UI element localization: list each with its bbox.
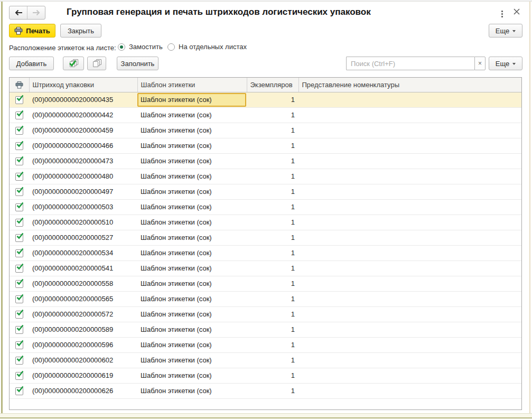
fill-button[interactable]: Заполнить <box>117 57 158 70</box>
radio-tile[interactable]: Замостить <box>118 43 163 51</box>
table-row[interactable]: (00)000000000200000527 Шаблон этикетки (… <box>10 230 521 245</box>
col-header-copies[interactable]: Экземпляров <box>247 78 298 92</box>
table-row[interactable]: (00)000000000200000565 Шаблон этикетки (… <box>10 291 521 306</box>
table-row[interactable]: (00)000000000200000442 Шаблон этикетки (… <box>10 107 521 123</box>
copies-cell[interactable]: 1 <box>247 383 298 398</box>
barcode-cell[interactable]: (00)000000000200000565 <box>29 291 137 306</box>
table-row[interactable]: (00)000000000200000497 Шаблон этикетки (… <box>10 184 521 199</box>
search-input[interactable] <box>346 57 474 70</box>
presentation-cell[interactable] <box>298 230 521 245</box>
presentation-cell[interactable] <box>298 383 521 398</box>
template-cell[interactable]: Шаблон этикетки (сок) <box>137 291 247 306</box>
close-button[interactable]: Закрыть <box>60 24 101 38</box>
barcode-cell[interactable]: (00)000000000200000466 <box>29 138 137 153</box>
presentation-cell[interactable] <box>298 322 521 337</box>
template-cell[interactable]: Шаблон этикетки (сок) <box>137 169 247 184</box>
template-cell[interactable]: Шаблон этикетки (сок) <box>137 383 247 398</box>
row-checkbox[interactable] <box>15 295 23 303</box>
barcode-cell[interactable]: (00)000000000200000497 <box>29 184 137 199</box>
table-row[interactable]: (00)000000000200000602 Шаблон этикетки (… <box>10 352 521 368</box>
template-cell[interactable]: Шаблон этикетки (сок) <box>137 260 247 276</box>
row-checkbox[interactable] <box>15 111 23 119</box>
row-checkbox[interactable] <box>15 203 23 211</box>
row-checkbox[interactable] <box>15 219 23 227</box>
copies-cell[interactable]: 1 <box>247 245 298 260</box>
copies-cell[interactable]: 1 <box>247 107 298 123</box>
barcode-cell[interactable]: (00)000000000200000459 <box>29 123 137 138</box>
presentation-cell[interactable] <box>298 260 521 276</box>
table-row[interactable]: (00)000000000200000558 Шаблон этикетки (… <box>10 276 521 291</box>
barcode-cell[interactable]: (00)000000000200000534 <box>29 245 137 260</box>
table-row[interactable]: (00)000000000200000596 Шаблон этикетки (… <box>10 337 521 352</box>
barcode-cell[interactable]: (00)000000000200000626 <box>29 383 137 398</box>
row-checkbox[interactable] <box>15 127 23 135</box>
presentation-cell[interactable] <box>298 276 521 291</box>
template-cell[interactable]: Шаблон этикетки (сок) <box>137 184 247 199</box>
copies-cell[interactable]: 1 <box>247 123 298 138</box>
print-column-header[interactable] <box>10 78 29 92</box>
back-button[interactable] <box>10 6 27 19</box>
barcode-cell[interactable]: (00)000000000200000572 <box>29 306 137 322</box>
copies-cell[interactable]: 1 <box>247 230 298 245</box>
table-row[interactable]: (00)000000000200000619 Шаблон этикетки (… <box>10 368 521 383</box>
table-row[interactable]: (00)000000000200000459 Шаблон этикетки (… <box>10 123 521 138</box>
forward-button[interactable] <box>27 6 45 19</box>
presentation-cell[interactable] <box>298 245 521 260</box>
barcode-cell[interactable]: (00)000000000200000473 <box>29 153 137 169</box>
row-checkbox[interactable] <box>15 188 23 196</box>
copies-cell[interactable]: 1 <box>247 337 298 352</box>
copies-cell[interactable]: 1 <box>247 215 298 230</box>
more-button-list[interactable]: Еще <box>489 57 522 70</box>
row-checkbox[interactable] <box>15 265 23 273</box>
add-button[interactable]: Добавить <box>9 57 54 70</box>
table-row[interactable]: (00)000000000200000510 Шаблон этикетки (… <box>10 215 521 230</box>
copies-cell[interactable]: 1 <box>247 92 298 107</box>
template-cell[interactable]: Шаблон этикетки (сок) <box>137 107 247 123</box>
more-button-top[interactable]: Еще <box>489 24 522 38</box>
table-row[interactable]: (00)000000000200000572 Шаблон этикетки (… <box>10 306 521 322</box>
row-checkbox[interactable] <box>15 142 23 150</box>
col-header-template[interactable]: Шаблон этикетки <box>137 78 247 92</box>
copies-cell[interactable]: 1 <box>247 291 298 306</box>
barcode-cell[interactable]: (00)000000000200000589 <box>29 322 137 337</box>
template-cell[interactable]: Шаблон этикетки (сок) <box>137 138 247 153</box>
presentation-cell[interactable] <box>298 169 521 184</box>
uncheck-all-button[interactable] <box>87 57 106 70</box>
presentation-cell[interactable] <box>298 291 521 306</box>
copies-cell[interactable]: 1 <box>247 306 298 322</box>
template-cell[interactable]: Шаблон этикетки (сок) <box>137 92 247 107</box>
table-row[interactable]: (00)000000000200000534 Шаблон этикетки (… <box>10 245 521 260</box>
presentation-cell[interactable] <box>298 184 521 199</box>
close-icon[interactable] <box>511 6 522 17</box>
table-row[interactable]: (00)000000000200000541 Шаблон этикетки (… <box>10 260 521 276</box>
table-row[interactable]: (00)000000000200000473 Шаблон этикетки (… <box>10 153 521 169</box>
presentation-cell[interactable] <box>298 107 521 123</box>
copies-cell[interactable]: 1 <box>247 322 298 337</box>
template-cell[interactable]: Шаблон этикетки (сок) <box>137 215 247 230</box>
row-checkbox[interactable] <box>15 280 23 288</box>
search-clear-button[interactable]: × <box>474 57 486 70</box>
table-row[interactable]: (00)000000000200000626 Шаблон этикетки (… <box>10 383 521 398</box>
print-button[interactable]: Печать <box>9 24 55 38</box>
barcode-cell[interactable]: (00)000000000200000558 <box>29 276 137 291</box>
presentation-cell[interactable] <box>298 153 521 169</box>
copies-cell[interactable]: 1 <box>247 184 298 199</box>
copies-cell[interactable]: 1 <box>247 276 298 291</box>
copies-cell[interactable]: 1 <box>247 260 298 276</box>
row-checkbox[interactable] <box>15 96 23 104</box>
row-checkbox[interactable] <box>15 234 23 242</box>
template-cell[interactable]: Шаблон этикетки (сок) <box>137 230 247 245</box>
template-cell[interactable]: Шаблон этикетки (сок) <box>137 306 247 322</box>
presentation-cell[interactable] <box>298 337 521 352</box>
row-checkbox[interactable] <box>15 387 23 395</box>
row-checkbox[interactable] <box>15 326 23 334</box>
table-row[interactable]: (00)000000000200000466 Шаблон этикетки (… <box>10 138 521 153</box>
barcode-cell[interactable]: (00)000000000200000435 <box>29 92 137 107</box>
template-cell[interactable]: Шаблон этикетки (сок) <box>137 368 247 383</box>
presentation-cell[interactable] <box>298 199 521 215</box>
row-checkbox[interactable] <box>15 311 23 319</box>
row-checkbox[interactable] <box>15 341 23 349</box>
barcode-cell[interactable]: (00)000000000200000442 <box>29 107 137 123</box>
copies-cell[interactable]: 1 <box>247 169 298 184</box>
template-cell[interactable]: Шаблон этикетки (сок) <box>137 322 247 337</box>
